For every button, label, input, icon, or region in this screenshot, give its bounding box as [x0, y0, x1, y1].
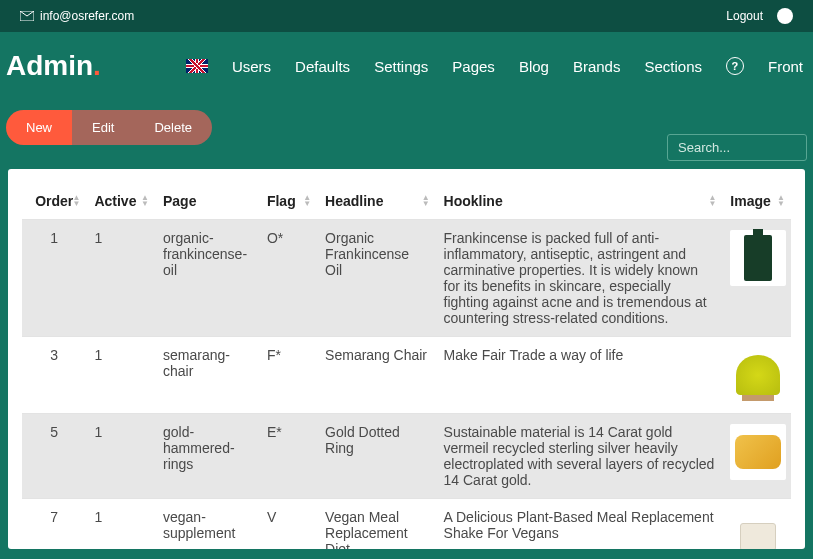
- cell-flag: V: [259, 499, 317, 550]
- cell-image: [722, 499, 791, 550]
- col-header-headline[interactable]: Headline▲▼: [317, 183, 435, 220]
- cell-page: semarang-chair: [155, 337, 259, 414]
- topbar: info@osrefer.com Logout f: [0, 0, 813, 32]
- cell-hookline: Frankincense is packed full of anti-infl…: [436, 220, 723, 337]
- sort-icon: ▲▼: [303, 195, 311, 207]
- sort-icon: ▲▼: [141, 195, 149, 207]
- data-table-panel: Order▲▼ Active▲▼ Page Flag▲▼ Headline▲▼ …: [8, 169, 805, 549]
- cell-flag: F*: [259, 337, 317, 414]
- cell-page: vegan-supplement: [155, 499, 259, 550]
- cell-active: 1: [86, 220, 155, 337]
- cell-image: [722, 414, 791, 499]
- cell-headline: Gold Dotted Ring: [317, 414, 435, 499]
- action-button-group: New Edit Delete: [6, 110, 212, 145]
- cell-order: 5: [22, 414, 86, 499]
- table-row[interactable]: 51gold-hammered-ringsE*Gold Dotted RingS…: [22, 414, 791, 499]
- cell-order: 1: [22, 220, 86, 337]
- cell-active: 1: [86, 499, 155, 550]
- cell-flag: E*: [259, 414, 317, 499]
- cell-order: 3: [22, 337, 86, 414]
- nav-defaults[interactable]: Defaults: [295, 58, 350, 75]
- thumbnail-oil[interactable]: [730, 230, 786, 286]
- search-input[interactable]: [667, 134, 807, 161]
- col-header-hookline[interactable]: Hookline▲▼: [436, 183, 723, 220]
- data-table: Order▲▼ Active▲▼ Page Flag▲▼ Headline▲▼ …: [22, 183, 791, 549]
- thumbnail-bag[interactable]: [730, 509, 786, 549]
- edit-button[interactable]: Edit: [72, 110, 134, 145]
- cell-hookline: Sustainable material is 14 Carat gold ve…: [436, 414, 723, 499]
- cell-page: organic-frankincense-oil: [155, 220, 259, 337]
- nav-settings[interactable]: Settings: [374, 58, 428, 75]
- thumbnail-ring[interactable]: [730, 424, 786, 480]
- new-button[interactable]: New: [6, 110, 72, 145]
- cell-page: gold-hammered-rings: [155, 414, 259, 499]
- navbar: Admin. Users Defaults Settings Pages Blo…: [0, 32, 813, 100]
- brand-logo[interactable]: Admin.: [6, 50, 101, 82]
- sort-icon: ▲▼: [422, 195, 430, 207]
- sort-icon: ▲▼: [73, 195, 81, 207]
- help-icon[interactable]: ?: [726, 57, 744, 75]
- table-row[interactable]: 71vegan-supplementVVegan Meal Replacemen…: [22, 499, 791, 550]
- col-header-image[interactable]: Image▲▼: [722, 183, 791, 220]
- cell-flag: O*: [259, 220, 317, 337]
- nav-pages[interactable]: Pages: [452, 58, 495, 75]
- cell-active: 1: [86, 414, 155, 499]
- envelope-icon: [20, 11, 34, 21]
- logout-link[interactable]: Logout: [726, 9, 763, 23]
- sort-icon: ▲▼: [777, 195, 785, 207]
- nav-sections[interactable]: Sections: [644, 58, 702, 75]
- language-flag-icon[interactable]: [186, 59, 208, 73]
- nav-users[interactable]: Users: [232, 58, 271, 75]
- col-header-active[interactable]: Active▲▼: [86, 183, 155, 220]
- nav-blog[interactable]: Blog: [519, 58, 549, 75]
- delete-button[interactable]: Delete: [134, 110, 212, 145]
- facebook-icon[interactable]: f: [777, 8, 793, 24]
- thumbnail-chair[interactable]: [730, 347, 786, 403]
- cell-hookline: A Delicious Plant-Based Meal Replacement…: [436, 499, 723, 550]
- cell-headline: Semarang Chair: [317, 337, 435, 414]
- cell-image: [722, 220, 791, 337]
- brand-text: Admin: [6, 50, 93, 81]
- col-header-flag[interactable]: Flag▲▼: [259, 183, 317, 220]
- cell-headline: Vegan Meal Replacement Diet: [317, 499, 435, 550]
- cell-hookline: Make Fair Trade a way of life: [436, 337, 723, 414]
- nav-brands[interactable]: Brands: [573, 58, 621, 75]
- brand-dot: .: [93, 50, 101, 81]
- table-row[interactable]: 31semarang-chairF*Semarang ChairMake Fai…: [22, 337, 791, 414]
- contact-email[interactable]: info@osrefer.com: [40, 9, 134, 23]
- cell-headline: Organic Frankincense Oil: [317, 220, 435, 337]
- col-header-order[interactable]: Order▲▼: [22, 183, 86, 220]
- col-header-page[interactable]: Page: [155, 183, 259, 220]
- cell-image: [722, 337, 791, 414]
- table-row[interactable]: 11organic-frankincense-oilO*Organic Fran…: [22, 220, 791, 337]
- cell-active: 1: [86, 337, 155, 414]
- nav-front[interactable]: Front: [768, 58, 803, 75]
- cell-order: 7: [22, 499, 86, 550]
- sort-icon: ▲▼: [708, 195, 716, 207]
